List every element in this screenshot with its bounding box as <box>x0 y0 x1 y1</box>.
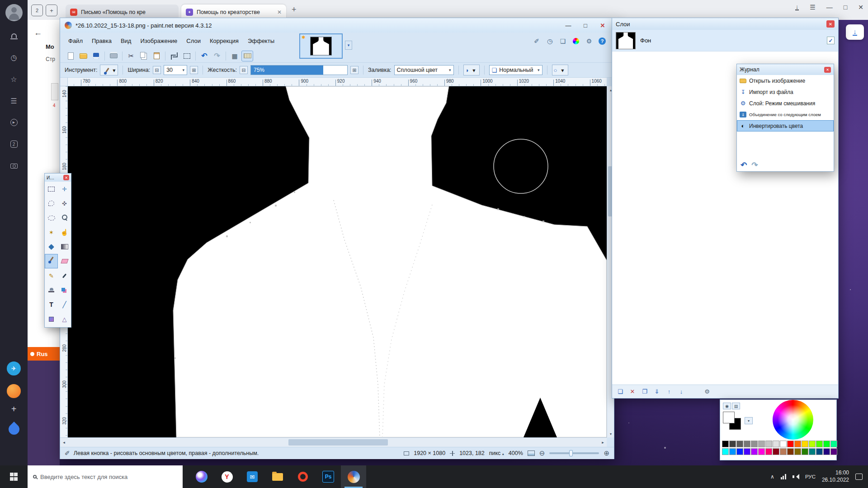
blend-mode-dropdown[interactable]: ❏ Нормальный ▾ <box>489 65 542 75</box>
cut-button[interactable]: ✂ <box>125 51 137 61</box>
open-file-button[interactable] <box>77 51 89 61</box>
palette-swatch[interactable] <box>722 448 729 455</box>
settings-gear-icon[interactable]: ⚙ <box>584 36 594 46</box>
palette-swatch[interactable] <box>787 448 794 455</box>
tool-recolor[interactable] <box>58 283 71 297</box>
palette-swatch[interactable] <box>729 448 736 455</box>
menu-effects[interactable]: Эффекты <box>243 36 279 46</box>
language-indicator[interactable]: РУС <box>805 474 816 479</box>
palette-swatch[interactable] <box>751 441 758 447</box>
history-window-toggle[interactable]: ◷ <box>544 36 555 46</box>
paste-button[interactable] <box>151 51 162 61</box>
palette-swatch[interactable] <box>816 448 823 455</box>
palette-swatch[interactable] <box>802 448 808 455</box>
current-tool-dropdown[interactable]: ▾ <box>100 65 118 75</box>
palette-swatch[interactable] <box>780 448 787 455</box>
taskbar-icon-alisa[interactable] <box>189 465 214 488</box>
bookmarks-star-icon[interactable]: ☆ <box>0 72 28 86</box>
action-center-icon[interactable] <box>855 474 863 480</box>
tool-ellipse-select[interactable] <box>45 211 58 225</box>
zoom-fit-button[interactable] <box>528 450 535 456</box>
orange-app-icon[interactable] <box>7 384 21 398</box>
tool-zoom[interactable] <box>58 211 71 225</box>
taskbar-icon-photoshop[interactable]: Ps <box>316 465 341 488</box>
palette-swatch[interactable] <box>736 441 743 447</box>
screenshot-camera-icon[interactable] <box>0 159 28 173</box>
scroll-down-arrow[interactable]: ▾ <box>607 430 614 437</box>
units-dropdown[interactable]: пикс ▴ <box>489 450 504 456</box>
tools-window-toggle[interactable]: ✐ <box>531 36 542 46</box>
tool-rectangle-select[interactable] <box>45 182 58 196</box>
history-item[interactable]: ⚙ Слой: Режим смешивания <box>737 98 834 109</box>
ruler-toggle-button[interactable] <box>241 51 253 61</box>
tool-gradient[interactable] <box>58 239 71 254</box>
browser-close-button[interactable]: ✕ <box>858 4 863 11</box>
palette-swatch[interactable] <box>722 441 729 447</box>
grid-toggle-button[interactable]: ▦ <box>229 51 241 61</box>
redo-button[interactable]: ↷ <box>211 51 223 61</box>
copy-button[interactable] <box>138 51 150 61</box>
colors-window-toggle[interactable] <box>571 36 581 46</box>
palette-swatch[interactable] <box>773 448 779 455</box>
history-item[interactable]: ↧ Импорт из файла <box>737 86 834 98</box>
history-undo-button[interactable]: ↶ <box>741 160 747 170</box>
download-indicator-button[interactable]: ↓ <box>846 24 864 40</box>
tab-close-icon[interactable]: ✕ <box>277 9 282 15</box>
palette-swatch[interactable] <box>787 441 794 447</box>
tool-text[interactable]: T <box>45 297 58 312</box>
browser-menu-icon[interactable]: ☰ <box>810 4 816 11</box>
page-ad-banner[interactable]: Rus <box>28 347 60 361</box>
clock[interactable]: 16:00 26.10.2022 <box>822 469 849 483</box>
zoom-slider[interactable] <box>549 452 599 454</box>
new-window-button[interactable]: + <box>46 5 57 16</box>
palette-swatch[interactable] <box>809 448 816 455</box>
crop-button[interactable] <box>168 51 180 61</box>
layers-close-icon[interactable]: ✕ <box>826 20 835 28</box>
width-decrement-button[interactable]: ⊟ <box>153 66 161 74</box>
tool-shapes-outline[interactable]: △ <box>58 312 71 326</box>
undo-button[interactable]: ↶ <box>198 51 210 61</box>
menu-image[interactable]: Изображение <box>136 36 182 46</box>
browser-restore-button[interactable]: □ <box>844 4 847 11</box>
tools-close-icon[interactable]: ✕ <box>63 175 69 180</box>
minimize-button[interactable]: — <box>561 22 575 29</box>
new-file-button[interactable] <box>65 51 76 61</box>
menu-file[interactable]: Файл <box>64 36 87 46</box>
palette-swatch[interactable] <box>729 441 736 447</box>
save-button[interactable] <box>90 51 102 61</box>
taskbar-icon-mail[interactable]: ✉ <box>240 465 265 488</box>
history-icon[interactable]: ◷ <box>0 51 28 64</box>
primary-color-swatch[interactable] <box>723 412 735 423</box>
selection-quality-dropdown[interactable]: ○ ▾ <box>552 65 568 75</box>
notifications-bell-icon[interactable] <box>0 29 28 42</box>
layers-title-bar[interactable]: Слои ✕ <box>612 18 838 30</box>
browser-downloads-icon[interactable]: ↓ <box>795 4 799 10</box>
layer-visibility-checkbox[interactable]: ✓ <box>827 37 835 44</box>
palette-swatch[interactable] <box>794 441 801 447</box>
tools-title-bar[interactable]: И… ✕ <box>45 174 71 182</box>
move-layer-up-button[interactable]: ↑ <box>664 387 675 397</box>
taskbar-icon-yandex[interactable]: Y <box>214 465 240 488</box>
layer-properties-button[interactable]: ⚙ <box>702 387 712 397</box>
palette-swatch[interactable] <box>744 448 750 455</box>
palette-swatch[interactable] <box>794 448 801 455</box>
palette-swatch[interactable] <box>816 441 823 447</box>
paintnet-title-bar[interactable]: *26.10.2022_15-13-18.png - paint.net вер… <box>60 18 614 33</box>
tool-color-picker[interactable] <box>58 268 71 283</box>
add-layer-button[interactable]: ❏ <box>615 387 626 397</box>
palette-swatch[interactable] <box>823 441 830 447</box>
tool-magic-wand[interactable]: ✶ <box>45 225 58 239</box>
palette-swatch[interactable] <box>830 441 837 447</box>
zoom-in-button[interactable]: ⊕ <box>604 449 609 457</box>
deselect-button[interactable] <box>181 51 193 61</box>
palette-swatch[interactable] <box>765 448 772 455</box>
tool-pencil[interactable]: ✎ <box>45 268 58 283</box>
hidden-icons-chevron[interactable]: ∧ <box>770 474 774 480</box>
volume-icon[interactable] <box>793 474 799 479</box>
layers-window-toggle[interactable]: ❏ <box>557 36 568 46</box>
image-list-thumbnail[interactable]: ✱ <box>299 33 343 59</box>
history-close-icon[interactable]: ✕ <box>824 67 831 73</box>
fill-style-dropdown[interactable]: Сплошной цвет ▾ <box>394 65 454 75</box>
delete-layer-button[interactable]: ✕ <box>627 387 638 397</box>
width-increment-button[interactable]: ⊞ <box>190 66 198 74</box>
